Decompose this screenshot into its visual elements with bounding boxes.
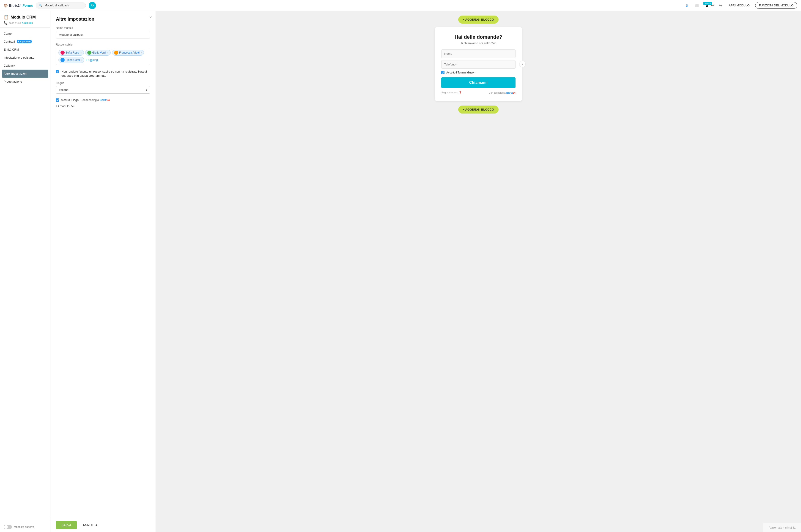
nav-left: 🏠 Bitrix24.Forms 🔍 ↻: [4, 2, 684, 9]
aggiungi-button[interactable]: + Aggiungi: [86, 58, 98, 61]
nome-modulo-group: Nome modulo: [56, 26, 150, 38]
sidebar-case: 📞 caso d'uso Callback: [4, 21, 47, 25]
importante-badge: ℹ importante: [17, 40, 32, 43]
expert-mode-toggle[interactable]: [4, 525, 12, 529]
tablet-icon[interactable]: ⬜: [694, 3, 700, 8]
form-preview: ‹ Hai delle domande? Ti chiamiamo noi en…: [435, 27, 522, 101]
mostra-logo-label: Mostra il logo: [61, 98, 78, 102]
sidebar-item-altre[interactable]: Altre impostazioni: [2, 70, 48, 78]
nome-modulo-input[interactable]: [56, 31, 150, 38]
id-modulo: ID modulo: 59: [56, 104, 150, 108]
sidebar-item-contratti[interactable]: Contratti ℹ importante: [0, 38, 50, 45]
preview-telefono-input[interactable]: [441, 60, 515, 69]
chiamami-button[interactable]: Chiamami: [441, 77, 515, 88]
mostra-logo-row: Mostra il logo Con tecnologia Bitrix24: [56, 98, 150, 102]
expert-mode-label: Modalità esperto: [14, 525, 34, 529]
home-icon[interactable]: 🏠: [4, 3, 8, 7]
save-button[interactable]: SALVA: [56, 521, 77, 529]
preview-nome-input[interactable]: [441, 50, 515, 58]
add-block-bottom-button[interactable]: + AGGIUNGI BLOCCO: [458, 106, 498, 114]
lingua-group: Lingua Italiano English Español Français…: [56, 81, 150, 94]
settings-title: Altre impostazioni: [56, 17, 150, 22]
tech-label: Con tecnologia Bitrix24: [80, 98, 110, 102]
con-tecnologia-text: Con tecnologia Bitrix24: [489, 91, 515, 94]
responsabile-box: Sofia Rossi × Giulia Verdi × Francesca A…: [56, 48, 150, 65]
sidebar-title: 📋 Modulo CRM: [4, 15, 47, 20]
sidebar-footer: Modalità esperto: [0, 522, 50, 532]
lingua-label: Lingua: [56, 81, 150, 85]
settings-body: Altre impostazioni × Nome modulo Respons…: [50, 11, 156, 518]
nav-center: 🖥 ⬜ 📱 Nuovo: [684, 3, 710, 8]
sidebar-header: 📋 Modulo CRM 📞 caso d'uso Callback: [0, 11, 50, 28]
tag-francesca[interactable]: Francesca Arletti ×: [112, 50, 144, 56]
segnala-abuso-link[interactable]: Segnala abuso ❓: [441, 91, 462, 94]
brand-logo: 🏠 Bitrix24.Forms: [4, 3, 33, 7]
close-button[interactable]: ×: [149, 15, 152, 20]
add-block-top-button[interactable]: + AGGIUNGI BLOCCO: [458, 16, 498, 23]
phone-icon: 📞: [4, 21, 7, 25]
search-bar[interactable]: 🔍: [36, 2, 86, 8]
bottom-status: Aggiornato 4 minuti fa: [763, 523, 801, 532]
cancel-button[interactable]: ANNULLA: [79, 521, 101, 529]
search-input[interactable]: [44, 4, 83, 7]
avatar-francesca: [114, 51, 118, 55]
preview-subtitle: Ti chiamiamo noi entro 24h: [441, 41, 515, 45]
lingua-select[interactable]: Italiano English Español Français Deutsc…: [56, 86, 150, 94]
responsabile-group: Responsabile Sofia Rossi × Giulia Verdi …: [56, 43, 150, 65]
tag-giulia[interactable]: Giulia Verdi ×: [85, 50, 111, 56]
preview-panel: + AGGIUNGI BLOCCO ‹ Hai delle domande? T…: [156, 11, 801, 532]
preview-footer: Segnala abuso ❓ Con tecnologia Bitrix24: [441, 91, 515, 94]
preview-checkbox-row: Accetto i Termini d'uso *: [441, 71, 515, 74]
non-rendere-text: Non rendere l'utente un responsabile se …: [61, 70, 150, 78]
non-rendere-checkbox[interactable]: [56, 70, 59, 73]
preview-title: Hai delle domande?: [441, 34, 515, 40]
desktop-icon[interactable]: 🖥: [684, 3, 690, 8]
tag-close-sofia[interactable]: ×: [80, 52, 82, 54]
tag-close-giulia[interactable]: ×: [107, 52, 109, 54]
lingua-select-wrap: Italiano English Español Français Deutsc…: [56, 86, 150, 94]
brand-name: Bitrix24.Forms: [9, 3, 33, 7]
preview-terms-checkbox[interactable]: [441, 71, 444, 74]
settings-area: Altre impostazioni × Nome modulo Respons…: [50, 11, 156, 532]
avatar-sofia: [60, 51, 65, 55]
new-badge: Nuovo: [704, 2, 712, 5]
tag-elena[interactable]: Elena Conti ×: [58, 57, 84, 63]
sidebar-item-progettazione[interactable]: Progettazione: [0, 78, 50, 86]
sync-button[interactable]: ↻: [89, 2, 96, 9]
mobile-wrapper: 📱 Nuovo: [704, 3, 710, 8]
preview-terms-label: Accetto i Termini d'uso *: [446, 71, 475, 74]
tag-close-elena[interactable]: ×: [81, 59, 82, 61]
search-icon: 🔍: [39, 4, 43, 7]
content-row: Altre impostazioni × Nome modulo Respons…: [50, 11, 801, 532]
funzioni-modulo-button[interactable]: FUNZIONI DEL MODULO: [755, 2, 797, 9]
mostra-logo-checkbox[interactable]: [56, 98, 59, 102]
tag-close-francesca[interactable]: ×: [141, 52, 142, 54]
main-layout: 📋 Modulo CRM 📞 caso d'uso Callback Campi…: [0, 11, 801, 532]
responsabile-label: Responsabile: [56, 43, 150, 46]
avatar-elena: [60, 58, 65, 62]
top-nav: 🏠 Bitrix24.Forms 🔍 ↻ 🖥 ⬜ 📱 Nuovo ↩ ↪ APR…: [0, 0, 801, 11]
collapse-button[interactable]: ‹: [519, 61, 526, 67]
sidebar-panel: 📋 Modulo CRM 📞 caso d'uso Callback Campi…: [0, 11, 50, 532]
nav-right: ↩ ↪ APRI MODULO FUNZIONI DEL MODULO: [710, 2, 798, 9]
redo-button[interactable]: ↪: [718, 2, 723, 9]
sidebar-item-intestazione[interactable]: Intestazione e pulsante: [0, 54, 50, 61]
toggle-knob: [4, 525, 8, 529]
non-rendere-row: Non rendere l'utente un responsabile se …: [56, 70, 150, 78]
tag-sofia[interactable]: Sofia Rossi ×: [58, 50, 84, 56]
avatar-giulia: [87, 51, 91, 55]
sidebar-item-campi[interactable]: Campi: [0, 30, 50, 38]
settings-footer: SALVA ANNULLA: [50, 518, 156, 532]
apri-modulo-button[interactable]: APRI MODULO: [726, 2, 752, 8]
question-icon: ❓: [459, 91, 462, 94]
crm-icon: 📋: [4, 15, 9, 20]
sidebar-item-callback[interactable]: Callback: [0, 61, 50, 70]
sidebar-nav: Campi Contratti ℹ importante Entità CRM …: [0, 28, 50, 522]
nome-modulo-label: Nome modulo: [56, 26, 150, 30]
sidebar-item-entita[interactable]: Entità CRM: [0, 45, 50, 54]
